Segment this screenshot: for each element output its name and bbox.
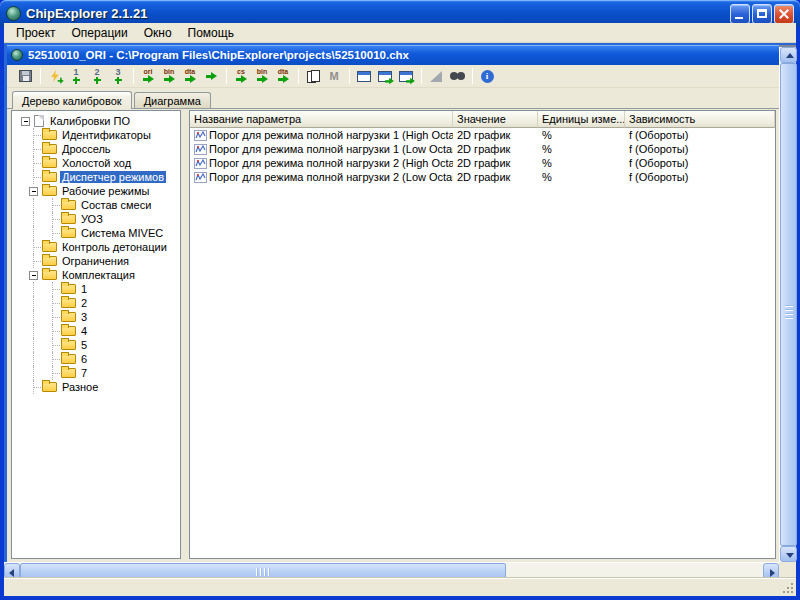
tree-guide <box>34 247 41 248</box>
close-button[interactable] <box>774 4 794 24</box>
collapse-icon[interactable] <box>21 117 30 126</box>
chart-tool-button[interactable] <box>426 66 446 86</box>
tree-item-limits[interactable]: Ограничения <box>12 254 180 268</box>
import-cs-button[interactable]: cs <box>231 66 251 86</box>
scroll-left-button[interactable] <box>4 563 20 579</box>
compare-button[interactable] <box>303 66 323 86</box>
column-header-value[interactable]: Значение <box>453 111 538 128</box>
merge-button[interactable]: M <box>324 66 344 86</box>
column-header-units[interactable]: Единицы изме... <box>538 111 625 128</box>
tree-item-root[interactable]: Калибровки ПО <box>12 114 180 128</box>
green-arrow-icon <box>278 75 289 83</box>
tree-item-uoz[interactable]: УОЗ <box>12 212 180 226</box>
info-icon: i <box>481 70 494 83</box>
window-import-button[interactable] <box>396 66 416 86</box>
tree-label: Разное <box>60 381 100 393</box>
table-row[interactable]: Порог для режима полной нагрузки 1 (High… <box>190 128 775 142</box>
column-header-name[interactable]: Название параметра <box>190 111 453 128</box>
arrow-down-icon <box>786 553 794 558</box>
collapse-icon[interactable] <box>29 271 38 280</box>
tree-label: Идентификаторы <box>60 129 153 141</box>
export-dta-button[interactable]: dta <box>180 66 200 86</box>
scroll-up-button[interactable] <box>780 47 797 63</box>
tree-item-configuration[interactable]: Комплектация <box>12 268 180 282</box>
save-button[interactable] <box>15 66 35 86</box>
add-all-button[interactable] <box>45 66 65 86</box>
tree-guide <box>53 345 60 346</box>
tree-item-config-5[interactable]: 5 <box>12 338 180 352</box>
horizontal-scroll-thumb[interactable] <box>20 563 506 579</box>
export-ori-button[interactable]: ori <box>138 66 158 86</box>
tree-item-config-6[interactable]: 6 <box>12 352 180 366</box>
info-button[interactable]: i <box>477 66 497 86</box>
tree-guide <box>14 352 34 366</box>
scroll-down-button[interactable] <box>780 546 797 562</box>
tree-guide <box>14 254 34 268</box>
table-row[interactable]: Порог для режима полной нагрузки 2 (Low … <box>190 170 775 184</box>
folder-icon <box>42 186 57 196</box>
tree-item-mode-dispatcher[interactable]: Диспетчер режимов <box>12 170 180 184</box>
column-header-dependency[interactable]: Зависимость <box>625 111 775 128</box>
import-dta-button[interactable]: dta <box>273 66 293 86</box>
table-row[interactable]: Порог для режима полной нагрузки 2 (High… <box>190 156 775 170</box>
green-arrow-icon <box>164 75 175 83</box>
child-titlebar[interactable]: 52510010_ORI - C:\Program Files\ChipExpl… <box>7 45 779 65</box>
tree-label: 5 <box>79 339 89 351</box>
tree-label: Система MIVEC <box>79 227 165 239</box>
binoculars-icon <box>450 72 465 81</box>
tree-item-config-1[interactable]: 1 <box>12 282 180 296</box>
toolbar-separator <box>40 68 41 84</box>
new-window-button[interactable] <box>354 66 374 86</box>
folder-icon <box>42 382 57 392</box>
tree-item-config-7[interactable]: 7 <box>12 366 180 380</box>
tree-item-idle[interactable]: Холостой ход <box>12 156 180 170</box>
tree-item-config-2[interactable]: 2 <box>12 296 180 310</box>
maximize-button[interactable] <box>752 4 772 24</box>
horizontal-scrollbar[interactable] <box>4 562 779 578</box>
tree-item-config-4[interactable]: 4 <box>12 324 180 338</box>
export-button[interactable] <box>201 66 221 86</box>
window-export-button[interactable] <box>375 66 395 86</box>
param-dependency: f (Обороты) <box>625 157 775 169</box>
param-units: % <box>538 157 625 169</box>
menu-window[interactable]: Окно <box>136 24 180 42</box>
vertical-scrollbar[interactable] <box>779 47 796 562</box>
folder-icon <box>42 172 57 182</box>
tree-guide <box>14 380 34 394</box>
tree-item-config-3[interactable]: 3 <box>12 310 180 324</box>
add-layer2-button[interactable]: 2 <box>87 66 107 86</box>
export-bin-button[interactable]: bin <box>159 66 179 86</box>
minimize-button[interactable] <box>730 4 750 24</box>
resize-grip[interactable] <box>791 591 793 593</box>
tree-item-work-modes[interactable]: Рабочие режимы <box>12 184 180 198</box>
search-button[interactable] <box>447 66 467 86</box>
tree-item-identifiers[interactable]: Идентификаторы <box>12 128 180 142</box>
tab-diagram[interactable]: Диаграмма <box>134 92 211 108</box>
table-row[interactable]: Порог для режима полной нагрузки 1 (Low … <box>190 142 775 156</box>
import-bin-button[interactable]: bin <box>252 66 272 86</box>
tree-item-throttle[interactable]: Дроссель <box>12 142 180 156</box>
tree-item-mivec[interactable]: Система MIVEC <box>12 226 180 240</box>
tree-guide <box>34 366 53 380</box>
scroll-right-button[interactable] <box>763 563 779 579</box>
add-layer1-button[interactable]: 1 <box>66 66 86 86</box>
panel-splitter[interactable] <box>181 110 189 559</box>
tree-item-misc[interactable]: Разное <box>12 380 180 394</box>
param-name-cell: Порог для режима полной нагрузки 1 (Low … <box>190 143 453 155</box>
param-value: 2D график <box>453 143 538 155</box>
collapse-icon[interactable] <box>29 187 38 196</box>
menu-project[interactable]: Проект <box>8 24 64 42</box>
param-name: Порог для режима полной нагрузки 1 (Low … <box>209 143 453 155</box>
tree-item-knock-control[interactable]: Контроль детонации <box>12 240 180 254</box>
green-arrow-icon <box>257 75 268 83</box>
green-arrow-icon <box>185 75 196 83</box>
tree-guide <box>14 296 34 310</box>
2d-graph-icon <box>194 172 207 183</box>
menu-operations[interactable]: Операции <box>64 24 136 42</box>
vertical-scroll-thumb[interactable] <box>780 63 797 546</box>
add-layer3-button[interactable]: 3 <box>108 66 128 86</box>
menu-help[interactable]: Помощь <box>180 24 242 42</box>
thumb-grip <box>785 305 793 319</box>
tree-item-mixture[interactable]: Состав смеси <box>12 198 180 212</box>
tab-calibration-tree[interactable]: Дерево калибровок <box>12 91 132 109</box>
